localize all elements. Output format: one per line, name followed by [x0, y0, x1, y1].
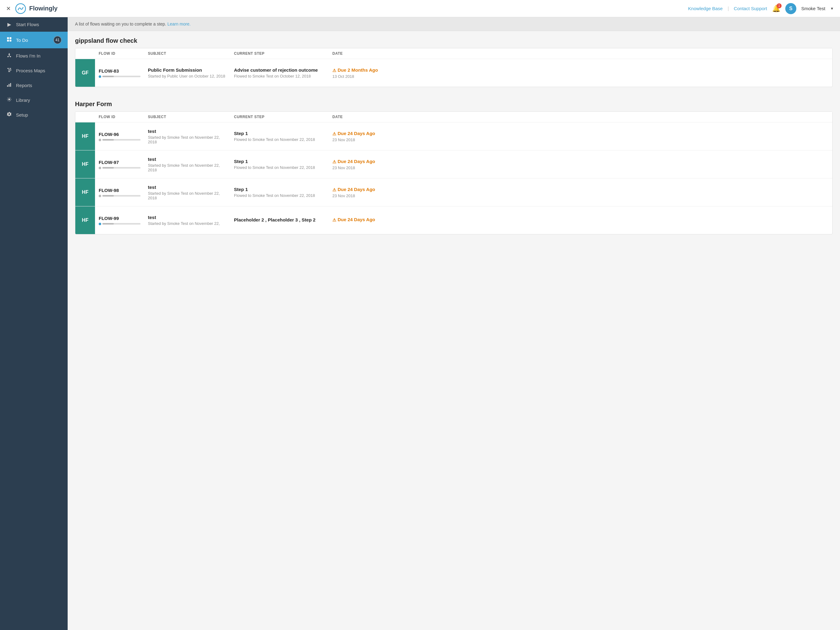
- subject-sub: Started by Smoke Test on November 22, 20…: [148, 163, 227, 172]
- sidebar-item-library[interactable]: Library: [0, 93, 68, 108]
- table-row[interactable]: HF FLOW-99 test Started by Smoke Test on…: [75, 206, 832, 234]
- progress-dot: [99, 75, 101, 78]
- date-sub: 23 Nov 2018: [332, 138, 387, 142]
- progress-bar-row: [99, 139, 141, 141]
- step-sub: Flowed to Smoke Test on November 22, 201…: [234, 137, 325, 142]
- avatar[interactable]: S: [785, 3, 796, 14]
- step-sub: Flowed to Smoke Test on November 22, 201…: [234, 193, 325, 198]
- due-label: Due 24 Days Ago: [338, 159, 375, 164]
- step-cell: Step 1 Flowed to Smoke Test on November …: [230, 155, 329, 174]
- sidebar-item-to-do[interactable]: To Do41: [0, 32, 68, 48]
- sidebar-item-label: Reports: [16, 83, 32, 88]
- table-row[interactable]: HF FLOW-97 test Started by Smoke Test on…: [75, 150, 832, 179]
- sidebar-item-label: Library: [16, 98, 30, 103]
- svg-rect-3: [7, 40, 9, 41]
- table-row[interactable]: HF FLOW-98 test Started by Smoke Test on…: [75, 179, 832, 206]
- app-brand: Flowingly: [29, 5, 57, 12]
- section-gippsland: gippsland flow checkFLOW IDSUBJECTCURREN…: [68, 31, 840, 87]
- flow-id-cell: FLOW-97: [95, 156, 144, 173]
- date-cell: ⚠ Due 24 Days Ago 23 Nov 2018: [329, 155, 390, 174]
- svg-rect-2: [9, 37, 11, 39]
- header-right: Knowledge Base | Contact Support 🔔 1 S S…: [688, 3, 834, 14]
- process-maps-icon: [6, 67, 12, 73]
- subject-title: test: [148, 157, 227, 162]
- flow-table: FLOW IDSUBJECTCURRENT STEPDATEHF FLOW-96…: [75, 111, 833, 234]
- sidebar-item-reports[interactable]: Reports: [0, 78, 68, 93]
- flow-avatar: GF: [75, 59, 95, 87]
- main-layout: ▶Start Flows To Do41 Flows I'm In Proces…: [0, 17, 840, 630]
- flow-id: FLOW-83: [99, 68, 141, 73]
- progress-bar-fill: [103, 139, 114, 141]
- step-sub: Flowed to Smoke Test on November 22, 201…: [234, 165, 325, 170]
- sidebar-item-label: Process Maps: [16, 68, 45, 73]
- table-header-cell: DATE: [329, 115, 390, 119]
- sidebar-item-label: Start Flows: [16, 22, 39, 27]
- step-title: Placeholder 2 , Placeholder 3 , Step 2: [234, 217, 325, 222]
- progress-bar-row: [99, 223, 141, 225]
- step-title: Step 1: [234, 187, 325, 192]
- flowingly-logo: [15, 3, 26, 14]
- due-warning: ⚠ Due 2 Months Ago: [332, 67, 387, 73]
- notification-bell[interactable]: 🔔 1: [772, 5, 780, 13]
- sidebar-item-setup[interactable]: Setup: [0, 108, 68, 122]
- warning-icon: ⚠: [332, 68, 336, 73]
- sidebar-item-label: Flows I'm In: [16, 53, 41, 59]
- step-cell: Step 1 Flowed to Smoke Test on November …: [230, 127, 329, 146]
- progress-bar-row: [99, 195, 141, 197]
- subject-title: test: [148, 128, 227, 134]
- flow-id: FLOW-98: [99, 188, 141, 193]
- subject-title: test: [148, 215, 227, 220]
- info-bar: A list of flows waiting on you to comple…: [68, 17, 840, 31]
- progress-bar-bg: [103, 76, 141, 77]
- progress-bar-row: [99, 167, 141, 169]
- progress-bar-fill: [103, 167, 114, 169]
- subject-cell: test Started by Smoke Test on November 2…: [144, 153, 230, 176]
- svg-rect-12: [10, 83, 11, 87]
- table-row[interactable]: HF FLOW-96 test Started by Smoke Test on…: [75, 122, 832, 150]
- header-divider: |: [728, 6, 729, 11]
- info-text: A list of flows waiting on you to comple…: [75, 22, 166, 27]
- section-title: Harper Form: [75, 101, 833, 108]
- header-left: ✕ Flowingly: [6, 3, 57, 14]
- avatar-initials: HF: [82, 161, 88, 167]
- table-header-cell: FLOW ID: [95, 51, 144, 56]
- due-warning: ⚠ Due 24 Days Ago: [332, 159, 387, 164]
- due-warning: ⚠ Due 24 Days Ago: [332, 217, 387, 222]
- table-header-row: FLOW IDSUBJECTCURRENT STEPDATE: [75, 112, 832, 122]
- progress-dot: [99, 195, 101, 197]
- library-icon: [6, 97, 12, 103]
- username: Smoke Test: [801, 6, 825, 11]
- sidebar-item-process-maps[interactable]: Process Maps: [0, 63, 68, 78]
- svg-point-13: [8, 98, 10, 100]
- svg-line-9: [10, 56, 11, 57]
- chevron-down-icon[interactable]: ▼: [830, 6, 834, 11]
- close-icon[interactable]: ✕: [6, 5, 11, 12]
- table-header-cell: CURRENT STEP: [230, 115, 329, 119]
- contact-support-link[interactable]: Contact Support: [734, 6, 767, 11]
- flow-id-cell: FLOW-96: [95, 128, 144, 145]
- flow-avatar: HF: [75, 179, 95, 206]
- subject-sub: Started by Smoke Test on November 22, 20…: [148, 135, 227, 144]
- sidebar-item-flows-im-in[interactable]: Flows I'm In: [0, 48, 68, 63]
- flow-id: FLOW-99: [99, 216, 141, 221]
- step-title: Advise customer of rejection outcome: [234, 67, 325, 73]
- date-sub: 23 Nov 2018: [332, 193, 387, 198]
- date-cell: ⚠ Due 24 Days Ago 23 Nov 2018: [329, 127, 390, 146]
- progress-bar-fill: [103, 195, 114, 196]
- knowledge-base-link[interactable]: Knowledge Base: [688, 6, 723, 11]
- learn-more-link[interactable]: Learn more.: [167, 22, 190, 27]
- due-label: Due 2 Months Ago: [338, 67, 378, 73]
- svg-line-8: [8, 56, 9, 57]
- svg-point-14: [9, 114, 10, 115]
- progress-dot: [99, 167, 101, 169]
- svg-rect-4: [9, 40, 11, 41]
- subject-title: test: [148, 185, 227, 190]
- table-row[interactable]: GF FLOW-83 Public Form Submission Starte…: [75, 59, 832, 87]
- flow-table: FLOW IDSUBJECTCURRENT STEPDATEGF FLOW-83…: [75, 48, 833, 87]
- warning-icon: ⚠: [332, 187, 336, 192]
- flow-id: FLOW-96: [99, 131, 141, 137]
- sidebar-item-start-flows[interactable]: ▶Start Flows: [0, 17, 68, 32]
- progress-bar-bg: [103, 223, 141, 225]
- table-header-cell: DATE: [329, 51, 390, 56]
- section-title: gippsland flow check: [75, 37, 833, 44]
